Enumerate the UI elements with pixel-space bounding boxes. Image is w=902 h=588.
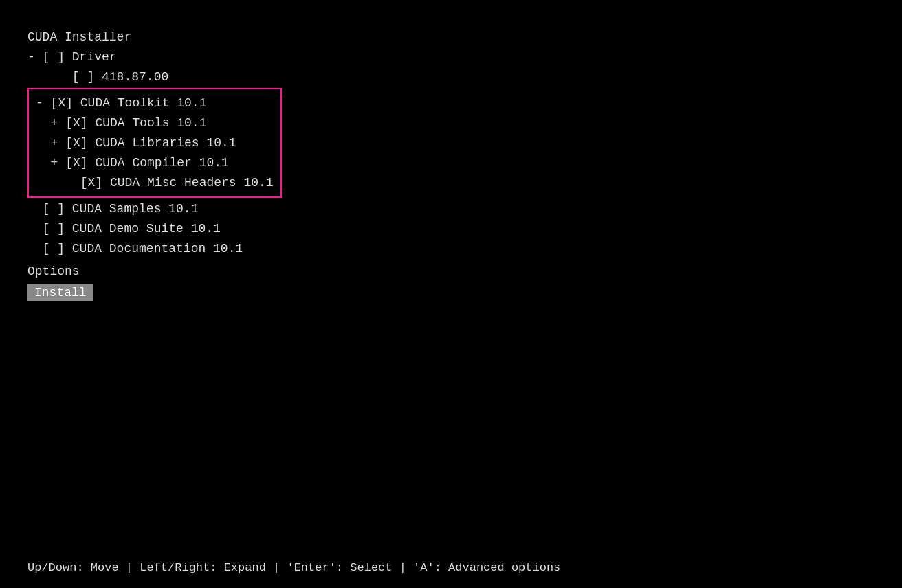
installer-title: CUDA Installer: [28, 27, 874, 47]
cuda-toolkit-item[interactable]: - [X] CUDA Toolkit 10.1: [36, 93, 274, 113]
install-button[interactable]: Install: [28, 284, 94, 301]
cuda-libraries-item[interactable]: + [X] CUDA Libraries 10.1: [36, 133, 274, 153]
cuda-documentation-item[interactable]: [ ] CUDA Documentation 10.1: [28, 239, 874, 259]
cuda-samples-item[interactable]: [ ] CUDA Samples 10.1: [28, 199, 874, 219]
options-item[interactable]: Options: [28, 262, 874, 282]
cuda-tools-item[interactable]: + [X] CUDA Tools 10.1: [36, 113, 274, 133]
cuda-compiler-item[interactable]: + [X] CUDA Compiler 10.1: [36, 153, 274, 173]
installer-content: CUDA Installer - [ ] Driver [ ] 418.87.0…: [28, 27, 874, 301]
driver-item[interactable]: - [ ] Driver: [28, 47, 874, 67]
cuda-demo-suite-item[interactable]: [ ] CUDA Demo Suite 10.1: [28, 219, 874, 239]
status-bar: Up/Down: Move | Left/Right: Expand | 'En…: [0, 547, 902, 588]
driver-version-item[interactable]: [ ] 418.87.00: [28, 67, 874, 87]
cuda-toolkit-section: - [X] CUDA Toolkit 10.1 + [X] CUDA Tools…: [28, 88, 874, 198]
install-button-wrapper[interactable]: Install: [28, 284, 874, 301]
terminal-window: CUDA Installer - [ ] Driver [ ] 418.87.0…: [0, 0, 902, 588]
cuda-misc-headers-item[interactable]: [X] CUDA Misc Headers 10.1: [36, 173, 274, 193]
